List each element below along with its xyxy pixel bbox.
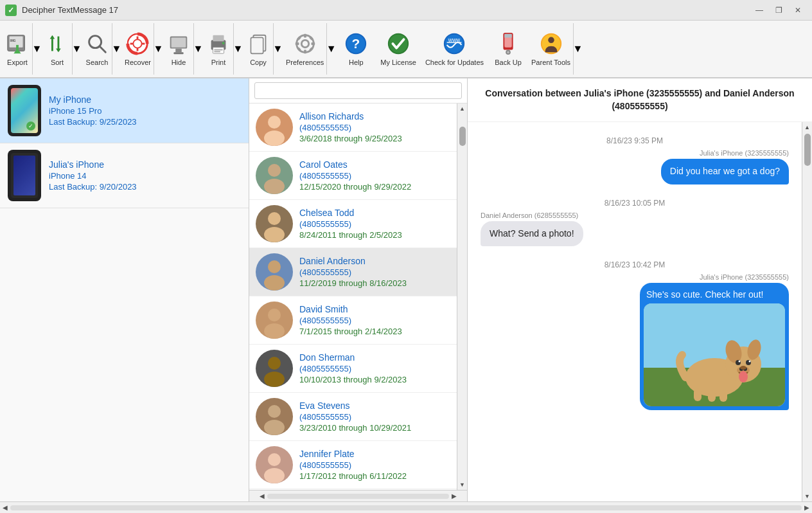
minimize-button[interactable]: — [750, 3, 768, 17]
help-button[interactable]: ? Help [337, 23, 375, 75]
sort-button[interactable]: Sort [42, 23, 72, 75]
contacts-scroll-right[interactable]: ▶ [452, 492, 457, 500]
hide-button-group: Hide ▼ [164, 23, 202, 75]
export-button[interactable]: IMG Export [3, 23, 32, 75]
svg-point-53 [507, 51, 509, 53]
svg-point-71 [268, 453, 281, 466]
contacts-scroll-up[interactable]: ▲ [457, 104, 468, 114]
svg-point-85 [739, 371, 748, 382]
contact-name-david: David Smith [299, 304, 402, 314]
contact-name-eva: Eva Stevens [299, 401, 411, 411]
parent-tools-button[interactable]: Parent Tools [529, 23, 573, 75]
svg-point-26 [222, 42, 225, 44]
search-button[interactable]: Search [82, 23, 112, 75]
contact-item-eva[interactable]: Eva Stevens (4805555555) 3/23/2010 throu… [249, 393, 457, 441]
svg-rect-33 [304, 50, 306, 54]
title-bar: Decipher TextMessage 17 — ❐ ✕ [0, 0, 812, 21]
contact-info-david: David Smith (4805555555) 7/1/2015 throug… [299, 304, 402, 336]
device-item-julias-iphone[interactable]: Julia's iPhone iPhone 14 Last Backup: 9/… [0, 143, 249, 208]
svg-line-10 [100, 46, 106, 53]
contacts-bottom-scrollbar: ◀ ▶ [249, 490, 467, 501]
message-row-1: Did you hear we got a dog? [481, 159, 789, 184]
contact-name-carol: Carol Oates [299, 159, 411, 170]
svg-point-67 [268, 357, 281, 370]
search-label: Search [86, 59, 109, 66]
backup-button[interactable]: Back Up [489, 23, 527, 75]
conv-scroll-up[interactable]: ▲ [802, 122, 813, 132]
my-license-icon [386, 32, 410, 56]
copy-icon [246, 32, 270, 56]
conversation-header: Conversation between Julia's iPhone (323… [468, 78, 812, 122]
print-button[interactable]: Print [204, 23, 233, 75]
device-item-my-iphone[interactable]: ✓ My iPhone iPhone 15 Pro Last Backup: 9… [0, 78, 249, 143]
maximize-button[interactable]: ❐ [770, 3, 788, 17]
copy-dropdown-arrow[interactable]: ▼ [273, 23, 282, 75]
preferences-button[interactable]: Preferences [283, 23, 326, 75]
contact-item-allison[interactable]: Allison Richards (4805555555) 3/6/2018 t… [249, 104, 457, 152]
bottom-scroll-right[interactable]: ▶ [804, 504, 809, 511]
parent-tools-dropdown-arrow[interactable]: ▼ [573, 23, 582, 75]
contact-avatar-carol [256, 157, 293, 194]
bottom-scroll-track [10, 505, 802, 510]
contact-item-david[interactable]: David Smith (4805555555) 7/1/2015 throug… [249, 296, 457, 345]
contact-avatar-daniel [256, 253, 293, 291]
svg-point-72 [264, 468, 285, 483]
contacts-scroll-down[interactable]: ▼ [457, 480, 468, 490]
contacts-search-input[interactable] [254, 82, 462, 99]
contact-dates-eva: 3/23/2010 through 10/29/2021 [299, 423, 411, 433]
devices-panel: ✓ My iPhone iPhone 15 Pro Last Backup: 9… [0, 78, 249, 501]
hide-dropdown-arrow[interactable]: ▼ [193, 23, 202, 75]
sender-label-3: Julia's iPhone (3235555555) [481, 273, 789, 281]
svg-rect-20 [173, 52, 183, 54]
print-dropdown-arrow[interactable]: ▼ [233, 23, 242, 75]
svg-point-89 [739, 361, 741, 363]
svg-point-57 [268, 116, 281, 129]
close-button[interactable]: ✕ [789, 3, 807, 17]
contact-item-daniel[interactable]: Daniel Anderson (4805555555) 11/2/2019 t… [249, 248, 457, 296]
copy-button[interactable]: Copy [243, 23, 273, 75]
message-row-3: She's so cute. Check her out! [481, 283, 789, 410]
bottom-scroll-left[interactable]: ◀ [3, 504, 8, 511]
contact-info-carol: Carol Oates (4805555555) 12/15/2020 thro… [299, 159, 411, 192]
hide-button[interactable]: Hide [164, 23, 193, 75]
message-bubble-2: What? Send a photo! [481, 221, 583, 247]
contact-item-don[interactable]: Don Sherman (4805555555) 10/10/2013 thro… [249, 345, 457, 393]
contact-item-chelsea[interactable]: Chelsea Todd (4805555555) 8/24/2011 thro… [249, 200, 457, 248]
recover-button[interactable]: Recover [122, 23, 154, 75]
preferences-dropdown-arrow[interactable]: ▼ [326, 23, 335, 75]
my-license-button[interactable]: My License [376, 23, 420, 75]
export-dropdown-arrow[interactable]: ▼ [32, 23, 41, 75]
parent-tools-button-group: Parent Tools ▼ [529, 23, 582, 75]
contacts-scroll-thumb[interactable] [459, 127, 466, 146]
check-updates-button[interactable]: www Check for Updates [421, 23, 488, 75]
contact-phone-eva: (4805555555) [299, 412, 411, 422]
conv-scroll-down[interactable]: ▼ [802, 491, 813, 501]
sort-button-group: Sort ▼ [42, 23, 81, 75]
search-dropdown-arrow[interactable]: ▼ [112, 23, 121, 75]
contact-phone-don: (4805555555) [299, 364, 407, 374]
contact-item-jennifer[interactable]: Jennifer Plate (4805555555) 1/17/2012 th… [249, 441, 457, 489]
contacts-scroll-left[interactable]: ◀ [260, 492, 265, 500]
sort-dropdown-arrow[interactable]: ▼ [72, 23, 81, 75]
contact-phone-allison: (4805555555) [299, 123, 402, 132]
svg-point-68 [264, 372, 285, 387]
contact-dates-carol: 12/15/2020 through 9/29/2022 [299, 182, 411, 192]
device-model-julias-iphone: iPhone 14 [49, 171, 137, 181]
contact-avatar-david [256, 302, 293, 339]
preferences-label: Preferences [286, 59, 324, 66]
svg-point-56 [548, 37, 554, 44]
svg-point-65 [268, 309, 281, 321]
contacts-scrollbar[interactable]: ▲ ▼ [457, 104, 467, 490]
contact-avatar-chelsea [256, 205, 293, 242]
contact-avatar-jennifer [256, 446, 293, 483]
sort-label: Sort [51, 59, 64, 66]
contact-item-carol[interactable]: Carol Oates (4805555555) 12/15/2020 thro… [249, 152, 457, 200]
conversation-scrollbar[interactable]: ▲ ▼ [802, 122, 812, 501]
conversation-title: Conversation between Julia's iPhone (323… [481, 87, 799, 113]
my-license-label: My License [380, 59, 416, 66]
recover-dropdown-arrow[interactable]: ▼ [154, 23, 163, 75]
help-icon: ? [344, 32, 368, 56]
conv-scroll-thumb[interactable] [804, 134, 811, 166]
app-icon [5, 4, 17, 16]
contacts-search-bar [249, 78, 467, 104]
